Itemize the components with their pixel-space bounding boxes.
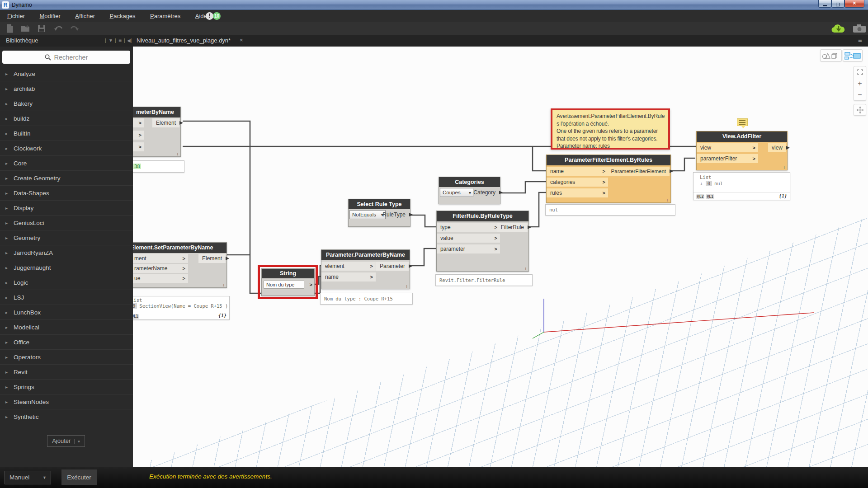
node-title[interactable]: FilterRule.ByRuleType bbox=[437, 211, 528, 221]
zoom-in-button[interactable]: + bbox=[854, 78, 866, 89]
sidebar-item-clockwork[interactable]: ▸Clockwork bbox=[0, 141, 133, 156]
sidebar-item-springs[interactable]: ▸Springs bbox=[0, 380, 133, 394]
sidebar-item-geometry[interactable]: ▸Geometry bbox=[0, 230, 133, 245]
sidebar-item-synthetic[interactable]: ▸Synthetic bbox=[0, 409, 133, 424]
separator: | bbox=[115, 38, 116, 43]
node-title[interactable]: Parameter.ParameterByName bbox=[321, 250, 410, 260]
window-titlebar[interactable]: R Dynamo × bbox=[0, 0, 868, 10]
add-package-button[interactable]: Ajouter▾ bbox=[47, 435, 85, 447]
package-cloud-download-icon[interactable] bbox=[831, 23, 847, 34]
string-input[interactable]: Nom du type bbox=[264, 281, 304, 289]
collapse-panel-icon[interactable]: ◀| bbox=[127, 38, 132, 43]
sidebar-item-revit[interactable]: ▸Revit bbox=[0, 365, 133, 380]
zoom-out-button[interactable]: − bbox=[854, 89, 866, 100]
node-title[interactable]: Element.SetParameterByName bbox=[117, 243, 226, 253]
output-port[interactable]: > bbox=[306, 281, 314, 288]
pan-button[interactable] bbox=[854, 104, 866, 116]
input-port-value[interactable]: value> bbox=[437, 234, 500, 243]
alert-badge-icon[interactable]: ! bbox=[206, 12, 213, 20]
camera-export-icon[interactable] bbox=[853, 24, 866, 33]
node-element-set-parameter[interactable]: Element.SetParameterByName ment> rameter… bbox=[117, 242, 227, 288]
chevron-right-icon: > bbox=[139, 142, 142, 151]
sidebar-item-buildz[interactable]: ▸buildz bbox=[0, 111, 133, 126]
sidebar-item-lunchbox[interactable]: ▸LunchBox bbox=[0, 305, 133, 320]
sidebar-item-logic[interactable]: ▸Logic bbox=[0, 275, 133, 290]
node-title[interactable]: Categories bbox=[439, 177, 500, 187]
run-mode-select[interactable]: Manuel▼ bbox=[5, 471, 51, 484]
sidebar-item-create-geometry[interactable]: ▸Create Geometry bbox=[0, 171, 133, 186]
node-string[interactable]: String Nom du type > bbox=[261, 268, 315, 296]
categories-dropdown[interactable]: Coupes bbox=[440, 188, 473, 197]
tab-close-icon[interactable]: × bbox=[240, 37, 243, 43]
close-button[interactable]: × bbox=[844, 0, 864, 8]
input-port-rules[interactable]: rules> bbox=[547, 188, 608, 197]
sidebar-item-geniusloci[interactable]: ▸GeniusLoci bbox=[0, 216, 133, 230]
sidebar-item-jarrodryanza[interactable]: ▸JarrodRyanZA bbox=[0, 245, 133, 260]
node-select-rule-type[interactable]: Select Rule Type NotEquals RuleType bbox=[348, 199, 410, 227]
output-port[interactable]: Parameter bbox=[376, 262, 409, 271]
open-file-icon[interactable] bbox=[21, 24, 31, 33]
menu-parametres[interactable]: Paramètres bbox=[150, 10, 180, 22]
graph-view-button[interactable] bbox=[843, 49, 863, 61]
sidebar-item-operators[interactable]: ▸Operators bbox=[0, 350, 133, 365]
redo-icon[interactable] bbox=[69, 24, 80, 33]
sidebar-item-core[interactable]: ▸Core bbox=[0, 156, 133, 171]
menu-packages[interactable]: Packages bbox=[110, 10, 136, 22]
output-port[interactable]: Element bbox=[198, 254, 226, 263]
filter-icon[interactable]: ▼ bbox=[108, 38, 113, 43]
input-port-categories[interactable]: categories> bbox=[547, 178, 608, 187]
chevron-right-icon: > bbox=[183, 264, 185, 273]
menu-aide[interactable]: Aide bbox=[195, 10, 207, 22]
hamburger-menu-icon[interactable]: ≡ bbox=[858, 36, 862, 44]
sidebar-item-display[interactable]: ▸Display bbox=[0, 201, 133, 216]
note-icon[interactable] bbox=[737, 118, 748, 126]
output-port[interactable]: view bbox=[768, 143, 786, 152]
input-port-name[interactable]: name> bbox=[321, 272, 376, 282]
minimize-button[interactable] bbox=[818, 0, 831, 8]
node-title[interactable]: View.AddFilter bbox=[697, 131, 787, 142]
sidebar-item-analyze[interactable]: ▸Analyze bbox=[0, 66, 133, 81]
output-port[interactable]: FilterRule bbox=[497, 223, 528, 232]
input-port-element[interactable]: element> bbox=[321, 262, 376, 271]
sidebar-item-bakery[interactable]: ▸Bakery bbox=[0, 96, 133, 111]
list-view-icon[interactable]: ≡ bbox=[118, 37, 122, 43]
node-categories[interactable]: Categories Coupes Category bbox=[439, 177, 500, 204]
sidebar-item-archilab[interactable]: ▸archilab bbox=[0, 81, 133, 96]
output-port[interactable]: ParameterFilterElement bbox=[608, 167, 670, 176]
undo-icon[interactable] bbox=[53, 24, 64, 33]
run-button[interactable]: Exécuter bbox=[61, 469, 97, 485]
sidebar-item-juggernaught[interactable]: ▸Juggernaught bbox=[0, 260, 133, 275]
input-port-parameterfilter[interactable]: parameterFilter> bbox=[697, 154, 758, 163]
input-port-name[interactable]: name> bbox=[547, 167, 608, 176]
menu-modifier[interactable]: Modifier bbox=[39, 10, 60, 22]
node-parameter-by-name[interactable]: Parameter.ParameterByName element> name>… bbox=[321, 249, 410, 289]
node-parameter-filter-element[interactable]: ParameterFilterElement.ByRules name> cat… bbox=[546, 155, 671, 203]
notification-count-badge[interactable]: 10 bbox=[213, 12, 221, 20]
node-view-add-filter[interactable]: View.AddFilter view> parameterFilter> vi… bbox=[696, 131, 788, 170]
search-input[interactable]: Rechercher bbox=[2, 51, 130, 64]
geometry-view-button[interactable] bbox=[820, 49, 842, 61]
menu-afficher[interactable]: Afficher bbox=[75, 10, 95, 22]
input-port-type[interactable]: type> bbox=[437, 223, 500, 232]
input-port-parameter[interactable]: parameter> bbox=[437, 244, 500, 253]
fit-view-button[interactable] bbox=[854, 66, 866, 78]
sidebar-item-office[interactable]: ▸Office bbox=[0, 335, 133, 350]
node-title[interactable]: Select Rule Type bbox=[349, 199, 410, 209]
sidebar-item-lsj[interactable]: ▸LSJ bbox=[0, 290, 133, 305]
output-port[interactable]: RuleType bbox=[379, 210, 409, 219]
save-icon[interactable] bbox=[37, 24, 46, 33]
sidebar-item-builtin[interactable]: ▸BuiltIn bbox=[0, 126, 133, 141]
new-file-icon[interactable] bbox=[5, 24, 14, 33]
output-port[interactable]: Category bbox=[470, 188, 499, 197]
document-tab[interactable]: Niveau_auto_filtres_vue_plage.dyn* bbox=[137, 37, 231, 44]
input-port-view[interactable]: view> bbox=[697, 143, 758, 152]
node-filter-rule[interactable]: FilterRule.ByRuleType type> value> param… bbox=[436, 211, 529, 272]
sidebar-item-data-shapes[interactable]: ▸Data-Shapes bbox=[0, 186, 133, 201]
output-port[interactable]: Element bbox=[152, 118, 179, 127]
sidebar-item-modelical[interactable]: ▸Modelical bbox=[0, 320, 133, 335]
sidebar-item-steamnodes[interactable]: ▸SteamNodes bbox=[0, 394, 133, 409]
node-title[interactable]: ParameterFilterElement.ByRules bbox=[547, 155, 670, 165]
menu-fichier[interactable]: Fichier bbox=[7, 10, 25, 22]
maximize-button[interactable] bbox=[831, 0, 844, 8]
node-title[interactable]: String bbox=[262, 269, 314, 278]
